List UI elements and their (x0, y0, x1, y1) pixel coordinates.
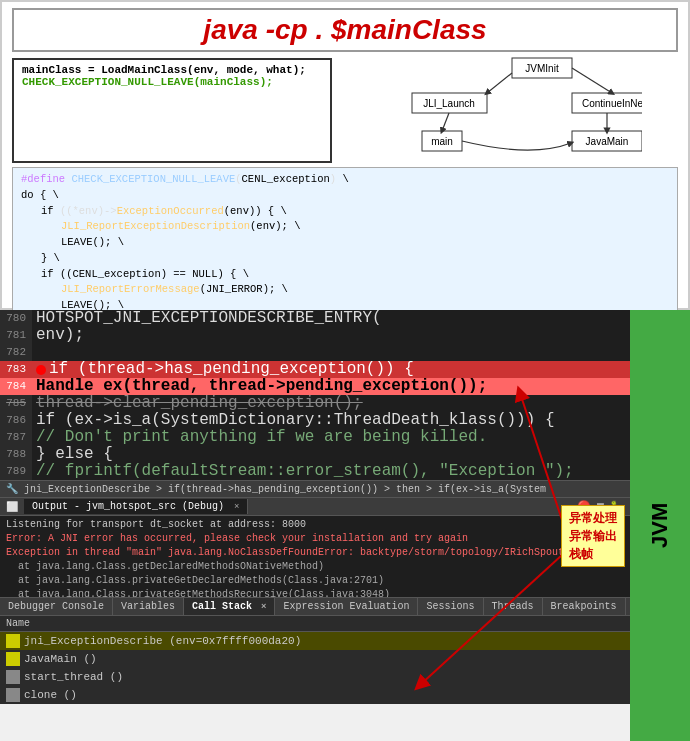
code-line-781: 781 env); (0, 327, 630, 344)
svg-text:ContinueInNewThread: ContinueInNewThread (582, 98, 642, 109)
output-console-icon: ⬜ (0, 499, 24, 515)
debugger-tabs: Debugger Console Variables Call Stack × … (0, 597, 630, 616)
flow-svg: JVMInit ContinueInNewThread JLI_Launch m… (342, 53, 642, 163)
output-line-4: at java.lang.Class.privateGetDeclaredMet… (6, 574, 624, 588)
svg-line-12 (442, 113, 449, 131)
title-banner: java -cp . $mainClass (12, 8, 678, 52)
call-stack-close[interactable]: × (261, 602, 266, 612)
cs-label-3: clone () (24, 689, 77, 701)
output-tab-bar: ⬜ Output - jvm_hotspot_src (Debug) × ⛔ ⏹… (0, 498, 630, 516)
title-text: java -cp . $mainClass (203, 14, 486, 45)
cs-icon-3 (6, 688, 20, 702)
code-line1: mainClass = LoadMainClass(env, mode, wha… (22, 64, 322, 76)
tab-sessions[interactable]: Sessions (418, 598, 483, 615)
breadcrumb-bar: 🔧 jni_ExceptionDescribe > if(thread->has… (0, 480, 630, 497)
cs-label-2: start_thread () (24, 671, 123, 683)
db-line-0: #define CHECK_EXCEPTION_NULL_LEAVE(CENL_… (21, 172, 669, 188)
callstack-item-2[interactable]: start_thread () (0, 668, 630, 686)
callstack-item-1[interactable]: JavaMain () (0, 650, 630, 668)
cs-icon-1 (6, 652, 20, 666)
tab-threads[interactable]: Threads (484, 598, 543, 615)
tab-call-stack[interactable]: Call Stack × (184, 598, 275, 615)
bottom-container: 780 HOTSPOT_JNI_EXCEPTIONDESCRIBE_ENTRY(… (0, 310, 690, 741)
output-line-0: Listening for transport dt_socket at add… (6, 518, 624, 532)
cs-label-1: JavaMain () (24, 653, 97, 665)
tab-variables[interactable]: Variables (113, 598, 184, 615)
db-line-7: JLI_ReportErrorMessage(JNI_ERROR); \ (21, 282, 669, 298)
svg-text:JavaMain: JavaMain (586, 136, 629, 147)
callstack-item-3[interactable]: clone () (0, 686, 630, 704)
code-line-788: 788 } else { (0, 446, 630, 463)
code-line-780: 780 HOTSPOT_JNI_EXCEPTIONDESCRIBE_ENTRY( (0, 310, 630, 327)
cs-label-0: jni_ExceptionDescribe (env=0x7ffff000da2… (24, 635, 301, 647)
output-line-2: Exception in thread "main" java.lang.NoC… (6, 546, 624, 560)
tab-expression-eval[interactable]: Expression Evaluation (275, 598, 418, 615)
db-line-1: do { \ (21, 188, 669, 204)
breakpoint-icon (36, 365, 46, 375)
middle-area: mainClass = LoadMainClass(env, mode, wha… (12, 58, 678, 163)
db-line-5: } \ (21, 251, 669, 267)
svg-text:main: main (431, 136, 453, 147)
svg-text:JVMInit: JVMInit (525, 63, 559, 74)
output-tab-jvm[interactable]: Output - jvm_hotspot_src (Debug) × (24, 499, 248, 514)
cs-icon-2 (6, 670, 20, 684)
code-line-783: 783 if (thread->has_pending_exception())… (0, 361, 630, 378)
code-line-786: 786 if (ex->is_a(SystemDictionary::Threa… (0, 412, 630, 429)
db-line-4: LEAVE(); \ (21, 235, 669, 251)
editor-and-panels: 780 HOTSPOT_JNI_EXCEPTIONDESCRIBE_ENTRY(… (0, 310, 630, 741)
breadcrumb-icon: 🔧 (6, 484, 24, 495)
code-line-785: 785 thread->clear_pending_exception(); (0, 395, 630, 412)
db-line-2: if ((*env)->ExceptionOccurred(env)) { \ (21, 204, 669, 220)
code-line2: CHECK_EXCEPTION_NULL_LEAVE(mainClass); (22, 76, 322, 88)
top-section: java -cp . $mainClass mainClass = LoadMa… (0, 0, 690, 310)
svg-line-10 (572, 68, 612, 93)
db-line-6: if ((CENL_exception) == NULL) { \ (21, 267, 669, 283)
callstack-panel: Name jni_ExceptionDescribe (env=0x7ffff0… (0, 616, 630, 704)
db-line-3: JLI_ReportExceptionDescription(env); \ (21, 219, 669, 235)
breadcrumb-text: jni_ExceptionDescribe > if(thread->has_p… (24, 484, 546, 495)
cs-icon-0 (6, 634, 20, 648)
jvm-label: JVM (630, 310, 690, 741)
flow-diagram: JVMInit ContinueInNewThread JLI_Launch m… (342, 53, 642, 163)
editor-lines: 780 HOTSPOT_JNI_EXCEPTIONDESCRIBE_ENTRY(… (0, 310, 630, 480)
output-tab-close[interactable]: × (234, 502, 239, 512)
code-line-787: 787 // Don't print anything if we are be… (0, 429, 630, 446)
output-panel: ⬜ Output - jvm_hotspot_src (Debug) × ⛔ ⏹… (0, 497, 630, 597)
tab-breakpoints[interactable]: Breakpoints (543, 598, 626, 615)
output-line-3: at java.lang.Class.getDeclaredMethodsONa… (6, 560, 624, 574)
tab-debugger-console[interactable]: Debugger Console (0, 598, 113, 615)
code-line-784: 784 Handle ex(thread, thread->pending_ex… (0, 378, 630, 395)
svg-line-11 (487, 73, 512, 93)
callstack-item-0[interactable]: jni_ExceptionDescribe (env=0x7ffff000da2… (0, 632, 630, 650)
annotation-bubble: 异常处理异常输出栈帧 (561, 505, 625, 567)
code-box: mainClass = LoadMainClass(env, mode, wha… (12, 58, 332, 163)
output-line-1: Error: A JNI error has occurred, please … (6, 532, 624, 546)
svg-text:JLI_Launch: JLI_Launch (423, 98, 475, 109)
code-line-782: 782 (0, 344, 630, 361)
callstack-header: Name (0, 616, 630, 632)
code-line-789: 789 // fprintf(defaultStream::error_stre… (0, 463, 630, 480)
